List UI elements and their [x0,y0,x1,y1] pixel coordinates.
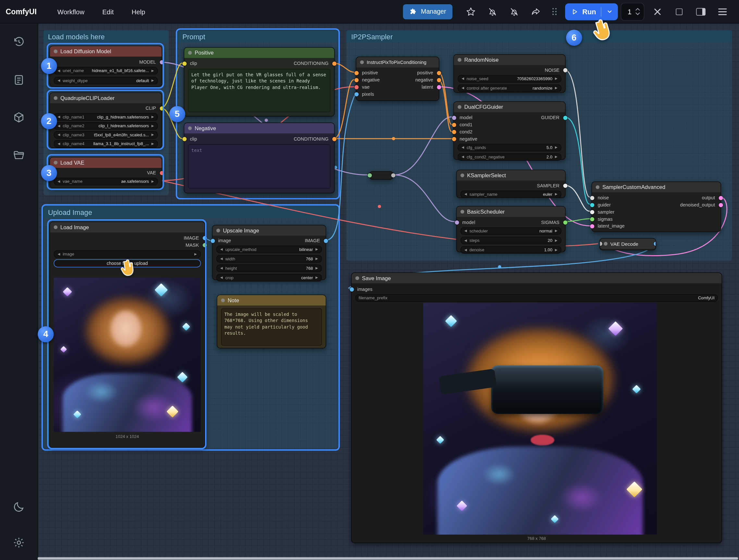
collapse-dot-icon[interactable] [360,60,364,64]
menu-help[interactable]: Help [131,8,145,15]
menu-workflow[interactable]: Workflow [57,8,85,15]
node-header[interactable]: RandomNoise [454,54,565,65]
prev-arrow-icon[interactable] [461,144,465,151]
note-textarea[interactable]: The image will be scaled to 768*768. Usi… [221,308,322,346]
prev-arrow-icon[interactable] [57,114,61,120]
widget-clip-name2[interactable]: clip_name2 clip_l_hidream.safetensors [54,122,158,130]
output-port-negative[interactable] [437,78,441,82]
collapse-dot-icon[interactable] [188,126,192,130]
widget-sampler-name[interactable]: sampler_name euler [460,190,562,198]
manager-button[interactable]: Manager [403,4,453,19]
group-title[interactable]: Load models here [43,30,169,42]
widget-upscale-method[interactable]: upscale_method bilinear [216,246,322,253]
reroute-input-port[interactable] [367,173,372,177]
node-load-vae[interactable]: Load VAE VAE vae_name ae.safetensors [49,157,162,188]
collapse-dot-icon[interactable] [221,298,225,302]
reroute-node[interactable] [369,171,394,179]
node-save-image[interactable]: Save Image images filename_prefix ComfyU… [351,272,722,543]
widget-control-after-generate[interactable]: control after generate randomize [458,85,561,92]
widget-width[interactable]: width 768 [216,255,322,263]
node-vae-decode[interactable]: VAE Decode [599,238,656,250]
output-port-output[interactable] [719,196,723,200]
input-port-positive[interactable] [354,71,358,75]
node-canvas[interactable]: Load models here Prompt Upload Image IP2… [0,0,739,560]
collapse-dot-icon[interactable] [54,225,58,229]
widget-clip-name1[interactable]: clip_name1 clip_g_hidream.safetensors [54,113,158,121]
next-arrow-icon[interactable] [554,237,558,244]
share-icon[interactable] [530,6,542,17]
spinner-up-icon[interactable] [635,8,640,11]
input-port-model[interactable] [452,116,456,120]
chevron-down-icon[interactable] [606,8,613,15]
prev-arrow-icon[interactable] [220,265,224,271]
node-load-image[interactable]: Load Image IMAGE MASK image choose file … [49,222,205,448]
node-positive-prompt[interactable]: Positive clip CONDITIONING Let the girl … [184,47,335,116]
next-arrow-icon[interactable] [315,265,319,271]
model-library-icon[interactable] [12,110,26,125]
widget-noise-seed[interactable]: noise_seed 705826023365990 [458,75,561,83]
group-title[interactable]: Prompt [177,30,338,42]
collapse-dot-icon[interactable] [458,58,461,62]
spinner-down-icon[interactable] [635,12,640,15]
next-arrow-icon[interactable] [194,251,198,257]
input-port-cond1[interactable] [452,123,456,127]
output-port-positive[interactable] [437,71,441,75]
prev-arrow-icon[interactable] [57,67,61,74]
prev-arrow-icon[interactable] [220,246,224,253]
next-arrow-icon[interactable] [554,228,558,234]
output-port-model[interactable] [160,60,164,64]
widget-clip-name3[interactable]: clip_name3 t5xxl_fp8_e4m3fn_scaled.s... [54,131,158,139]
widget-vae-name[interactable]: vae_name ae.safetensors [54,177,158,185]
next-arrow-icon[interactable] [315,256,319,262]
next-arrow-icon[interactable] [554,85,558,91]
collapse-dot-icon[interactable] [216,229,220,233]
node-header[interactable]: Load VAE [50,157,162,168]
node-ksampler-select[interactable]: KSamplerSelect SAMPLER sampler_name eule… [456,170,566,198]
next-arrow-icon[interactable] [151,77,155,84]
widget-unet-name[interactable]: unet_name hidream_e1_full_bf16.safete... [54,67,158,74]
widget-image[interactable]: image [54,250,201,258]
node-header[interactable]: Positive [184,48,334,58]
collapse-dot-icon[interactable] [188,51,192,55]
input-port-latent-image[interactable] [590,224,594,228]
node-header[interactable]: Load Image [50,222,204,233]
node-header[interactable]: VAE Decode [600,239,655,249]
prev-arrow-icon[interactable] [57,141,61,147]
next-arrow-icon[interactable] [151,131,155,138]
collapse-dot-icon[interactable] [458,105,461,109]
input-port-clip[interactable] [182,137,186,141]
output-port-clip[interactable] [160,106,164,110]
next-arrow-icon[interactable] [554,154,558,160]
history-icon[interactable] [12,35,26,49]
node-negative-prompt[interactable]: Negative clip CONDITIONING text [184,123,335,193]
input-port-negative[interactable] [452,137,456,141]
queue-count-box[interactable]: 1 [620,3,644,20]
prev-arrow-icon[interactable] [220,274,224,281]
widget-steps[interactable]: steps 20 [460,237,562,244]
star-icon[interactable] [465,6,477,17]
prev-arrow-icon[interactable] [57,178,61,185]
next-arrow-icon[interactable] [151,123,155,129]
prev-arrow-icon[interactable] [461,154,465,160]
node-header[interactable]: Load Diffusion Model [50,46,162,56]
output-port-conditioning[interactable] [332,61,336,65]
next-arrow-icon[interactable] [315,274,319,281]
input-port-model[interactable] [455,220,459,224]
stop-icon[interactable] [674,6,685,17]
prompt-textarea[interactable]: text [188,144,330,188]
widget-cfg-conds[interactable]: cfg_conds 5.0 [458,144,561,151]
horizontal-scrollbar[interactable] [38,557,739,560]
collapse-dot-icon[interactable] [460,210,464,214]
prompt-textarea[interactable]: Let the girl put on the VR glasses full … [188,69,330,112]
widget-height[interactable]: height 768 [216,265,322,272]
output-port-sampler[interactable] [563,183,567,188]
log-icon[interactable] [12,73,26,87]
node-upscale-image[interactable]: Upscale Image image IMAGE upscale_method… [212,225,326,280]
next-arrow-icon[interactable] [554,191,558,197]
input-port-cond2[interactable] [452,130,456,134]
scrollbar-thumb[interactable] [38,557,738,560]
group-title[interactable]: IP2PSampler [346,30,732,42]
folder-icon[interactable] [12,148,26,162]
node-quadruple-clip-loader[interactable]: QuadrupleCLIPLoader CLIP clip_name1 clip… [49,93,162,148]
input-port-vae[interactable] [354,85,358,89]
